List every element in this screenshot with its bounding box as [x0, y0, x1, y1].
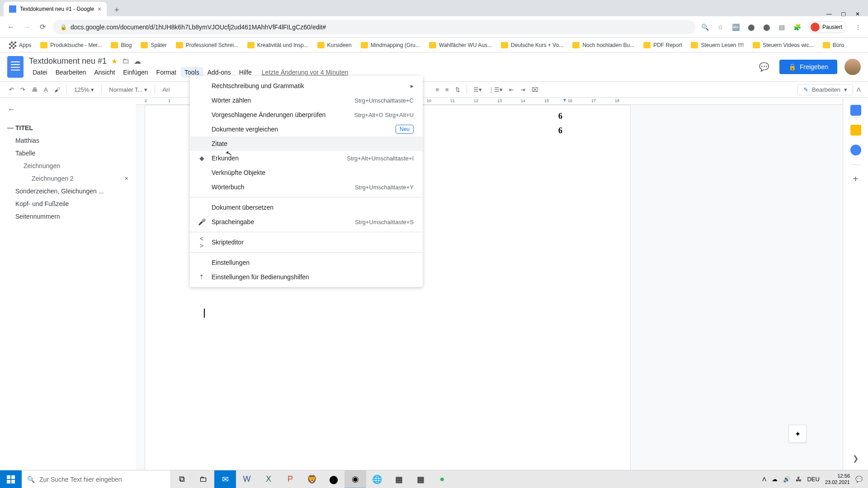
menu-item[interactable]: 🎤SpracheingabeStrg+Umschalttaste+S [190, 215, 423, 229]
cloud-status-icon[interactable]: ☁ [134, 57, 141, 66]
indent-icon[interactable]: ⇥ [519, 84, 527, 95]
print-icon[interactable]: 🖶 [30, 84, 39, 95]
bookmark-item[interactable]: Wahlfächer WU Aus... [425, 40, 495, 50]
outline-item[interactable]: Matthias [7, 134, 128, 147]
translate-icon[interactable]: 🔤 [731, 23, 741, 32]
collapse-toolbar-icon[interactable]: ᐱ [857, 86, 861, 93]
editing-mode-selector[interactable]: ✎ Bearbeiten ▾ [797, 84, 853, 95]
star-outline-icon[interactable]: ☆ [716, 23, 725, 32]
indent-marker-icon[interactable]: ▼ [562, 98, 567, 103]
taskbar-clock[interactable]: 12:56 23.02.2021 [825, 473, 850, 485]
bookmark-item[interactable]: Kreativität und Insp... [244, 40, 312, 50]
keep-icon[interactable] [850, 125, 861, 136]
menu-item[interactable]: WörterbuchStrg+Umschalttaste+Y [190, 180, 423, 194]
bookmark-item[interactable]: Blog [107, 40, 135, 50]
menu-item[interactable]: ◆ErkundenStrg+Alt+Umschalttaste+I [190, 151, 423, 165]
browser-tab[interactable]: Textdokument neu #1 - Google × [4, 2, 107, 16]
bookmark-item[interactable]: Professionell Schrei... [172, 40, 242, 50]
nav-reload-icon[interactable]: ⟳ [38, 21, 47, 33]
ext2-icon[interactable]: ⬤ [762, 23, 771, 32]
start-button[interactable] [0, 470, 22, 488]
outline-back-icon[interactable]: ← [7, 105, 128, 114]
redo-icon[interactable]: ↷ [19, 84, 27, 95]
bookmark-item[interactable]: Kursideen [314, 40, 355, 50]
menu-einfügen[interactable]: Einfügen [119, 67, 151, 78]
chrome-menu-icon[interactable]: ⋮ [854, 23, 863, 32]
explore-fab[interactable]: ✦ [788, 425, 807, 443]
outline-item[interactable]: Zeichnungen [7, 160, 128, 172]
outline-item[interactable]: Kopf- und Fußzeile [7, 197, 128, 210]
undo-icon[interactable]: ↶ [7, 84, 16, 95]
menu-item[interactable]: Dokument übersetzen [190, 200, 423, 215]
align-left-icon[interactable]: ≡ [434, 84, 441, 95]
taskbar-search[interactable]: 🔍 Zur Suche Text hier eingeben [22, 470, 171, 488]
zoom-selector[interactable]: 125% ▾ [71, 85, 97, 94]
expand-panel-icon[interactable]: ❯ [853, 454, 859, 463]
volume-icon[interactable]: 🔊 [783, 476, 790, 483]
outline-item[interactable]: Tabelle [7, 147, 128, 160]
zoom-icon[interactable]: 🔍 [701, 23, 710, 32]
tab-close-icon[interactable]: × [98, 5, 101, 13]
align-center-icon[interactable]: ≡ [443, 84, 451, 95]
task-view-icon[interactable]: ⧉ [171, 470, 193, 488]
menu-item[interactable]: Einstellungen [190, 255, 423, 270]
bookmark-item[interactable]: Produktsuche - Mer... [37, 40, 105, 50]
share-button[interactable]: 🔒 Freigeben [779, 60, 837, 74]
menu-item[interactable]: Vorgeschlagene Änderungen überprüfenStrg… [190, 108, 423, 122]
mail-icon[interactable]: ✉ [214, 470, 236, 488]
add-addon-icon[interactable]: + [853, 174, 859, 184]
paint-format-icon[interactable]: 🖌 [52, 84, 62, 95]
outdent-icon[interactable]: ⇤ [507, 84, 516, 95]
document-title[interactable]: Textdokument neu #1 [29, 56, 107, 66]
bookmark-item[interactable]: Büro [819, 40, 848, 50]
bookmark-item[interactable]: Deutsche Kurs + Vo... [497, 40, 567, 50]
move-icon[interactable]: 🗀 [122, 57, 129, 65]
menu-item[interactable]: ⇡Einstellungen für Bedienungshilfen [190, 270, 423, 284]
menu-datei[interactable]: Datei [29, 67, 51, 78]
word-icon[interactable]: W [236, 470, 258, 488]
comments-button[interactable]: 💬 [756, 59, 772, 75]
menu-item[interactable]: Wörter zählenStrg+Umschalttaste+C [190, 93, 423, 108]
outline-item[interactable]: Sonderzeichen, Gleichungen ... [7, 185, 128, 197]
ext1-icon[interactable]: ⬤ [747, 23, 756, 32]
brave-icon[interactable]: 🦁 [301, 470, 323, 488]
bookmark-item[interactable]: PDF Report [640, 40, 685, 50]
outline-item[interactable]: TITEL [7, 122, 128, 134]
menu-bearbeiten[interactable]: Bearbeiten [52, 67, 90, 78]
ext3-icon[interactable]: ▤ [778, 23, 787, 32]
notifications-icon[interactable]: 💬 [855, 476, 863, 483]
menu-item[interactable]: Verknüpfte Objekte [190, 165, 423, 180]
bookmark-item[interactable]: Steuern Lesen !!!! [687, 40, 747, 50]
onedrive-icon[interactable]: ☁ [772, 476, 778, 483]
star-icon[interactable]: ★ [111, 57, 118, 66]
outline-item[interactable]: Zeichnungen 2× [7, 172, 128, 185]
app2-icon[interactable]: ▦ [410, 470, 431, 488]
edge-icon[interactable]: 🌐 [366, 470, 388, 488]
bookmark-item[interactable]: Mindmapping (Gru... [357, 40, 424, 50]
network-icon[interactable]: 🖧 [796, 476, 802, 483]
outline-item[interactable]: Seitennummern [7, 210, 128, 223]
bookmark-item[interactable]: Später [137, 40, 170, 50]
menu-item[interactable]: Rechtschreibung und Grammatik▸ [190, 79, 423, 93]
nav-back-icon[interactable]: ← [5, 21, 16, 33]
window-close-icon[interactable]: ✕ [855, 11, 861, 16]
extensions-icon[interactable]: 🧩 [793, 23, 802, 32]
numbered-list-icon[interactable]: ☰▾ [472, 84, 484, 95]
window-maximize-icon[interactable]: ▢ [841, 11, 846, 16]
bookmark-item[interactable]: Noch hochladen Bu... [569, 40, 638, 50]
menu-item[interactable]: Zitate [190, 136, 423, 151]
excel-icon[interactable]: X [258, 470, 279, 488]
spellcheck-icon[interactable]: Ạ [42, 84, 50, 95]
bulleted-list-icon[interactable]: ⋮☰▾ [486, 84, 505, 95]
profile-chip[interactable]: Pausiert [808, 21, 847, 33]
obs-icon[interactable]: ⬤ [323, 470, 344, 488]
outline-remove-icon[interactable]: × [125, 175, 128, 182]
explorer-icon[interactable]: 🗀 [193, 470, 214, 488]
address-bar[interactable]: 🔒 docs.google.com/document/d/1hUH8k6h7Lb… [53, 20, 695, 34]
menu-item[interactable]: Dokumente vergleichenNeu [190, 122, 423, 136]
language-icon[interactable]: DEU [807, 476, 819, 483]
user-avatar[interactable] [844, 59, 861, 75]
line-spacing-icon[interactable]: ⇅ [453, 84, 462, 95]
menu-item[interactable]: < >Skripteditor [190, 235, 423, 249]
spotify-icon[interactable]: ● [431, 470, 453, 488]
